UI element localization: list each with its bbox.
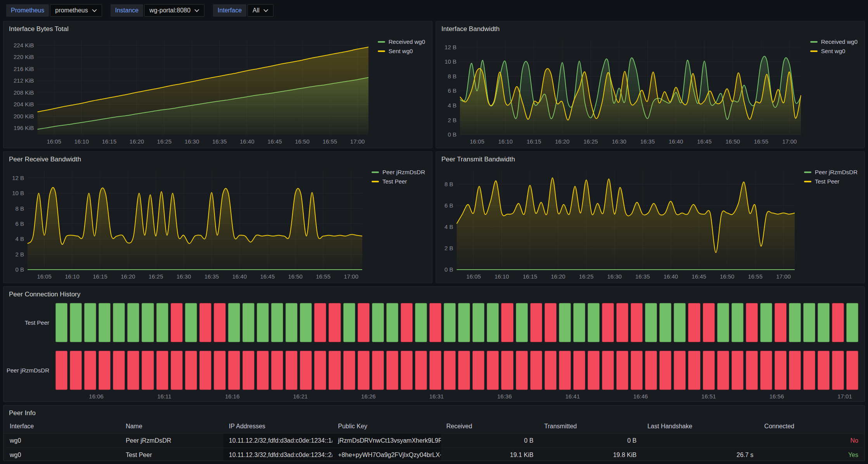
svg-text:16:50: 16:50 <box>295 138 310 145</box>
variable-value-text: All <box>252 7 259 14</box>
svg-text:2 B: 2 B <box>15 251 24 258</box>
state-segment-down <box>832 303 844 342</box>
state-timeline[interactable]: Test PeerPeer jRzmDsDR 16:0616:1116:1616… <box>3 300 865 402</box>
svg-text:16:45: 16:45 <box>260 273 275 280</box>
series-area-1 <box>28 187 362 270</box>
timeline-row-peer-jrzmdsdr: Peer jRzmDsDR <box>6 351 858 390</box>
legend-item-peer-jrzmdsdr[interactable]: Peer jRzmDsDR <box>804 169 858 175</box>
svg-text:16:15: 16:15 <box>102 138 117 145</box>
state-segment-up <box>386 303 398 342</box>
state-segment-down <box>487 351 499 390</box>
svg-text:8 B: 8 B <box>15 205 24 212</box>
column-header-transmitted[interactable]: Transmitted <box>539 419 642 434</box>
series-color-marker <box>378 50 385 52</box>
state-segment-down <box>703 303 715 342</box>
column-header-ip-addresses[interactable]: IP Addresses <box>223 419 332 434</box>
svg-text:0 B: 0 B <box>444 266 453 273</box>
svg-text:10 B: 10 B <box>444 58 456 65</box>
cell-connected: No <box>759 434 864 448</box>
legend: Received wg0Sent wg0 <box>804 35 861 146</box>
state-segment-down <box>257 351 269 390</box>
cell-interface: wg0 <box>4 448 120 461</box>
variable-value-interface-dropdown[interactable]: All <box>247 4 273 17</box>
state-segment-up <box>818 303 830 342</box>
timeline-row-test-peer: Test Peer <box>6 303 858 342</box>
chart-svg: 0 B2 B4 B6 B8 B10 B12 B16:0516:1016:1516… <box>7 165 365 281</box>
panel-title-peer-info[interactable]: Peer Info <box>3 405 865 419</box>
timeline-bars <box>55 303 858 342</box>
legend: Peer jRzmDsDRTest Peer <box>365 165 429 281</box>
legend-item-received-wg0[interactable]: Received wg0 <box>378 38 425 45</box>
svg-text:212 KiB: 212 KiB <box>14 77 34 84</box>
chevron-down-icon <box>263 9 268 12</box>
series-color-marker <box>804 181 811 182</box>
state-segment-up <box>444 303 456 342</box>
legend-label: Received wg0 <box>821 38 858 45</box>
series-color-marker <box>372 181 379 182</box>
state-segment-up <box>674 303 686 342</box>
state-segment-up <box>242 303 254 342</box>
x-tick-label: 16:56 <box>769 393 784 400</box>
svg-text:196 KiB: 196 KiB <box>14 125 34 131</box>
x-tick-label: 16:41 <box>565 393 580 400</box>
state-segment-down <box>401 303 413 342</box>
time-series-plot[interactable]: 196 KiB200 KiB204 KiB208 KiB212 KiB216 K… <box>7 35 372 146</box>
legend-item-peer-jrzmdsdr[interactable]: Peer jRzmDsDR <box>372 169 425 175</box>
panel-title-peer-transmit-bandwidth[interactable]: Peer Transmit Bandwidth <box>436 152 865 165</box>
state-segment-down <box>214 351 226 390</box>
variable-label-interface[interactable]: Interface <box>213 4 246 17</box>
legend-item-sent-wg0[interactable]: Sent wg0 <box>378 48 425 54</box>
legend-item-test-peer[interactable]: Test Peer <box>372 178 425 185</box>
state-segment-down <box>530 351 542 390</box>
panel-interface-bandwidth: Interface Bandwidth 0 B2 B4 B6 B8 B10 B1… <box>436 21 865 148</box>
cell-received: 0 B <box>441 434 539 448</box>
variable-value-prometheus-dropdown[interactable]: prometheus <box>50 4 102 17</box>
time-series-plot[interactable]: 0 B2 B4 B6 B8 B10 B12 B16:0516:1016:1516… <box>7 165 365 281</box>
svg-text:16:40: 16:40 <box>240 138 254 145</box>
state-segment-down <box>602 351 614 390</box>
cell-name: Test Peer <box>120 448 223 461</box>
panel-title-peer-receive-bandwidth[interactable]: Peer Receive Bandwidth <box>3 152 432 165</box>
legend-item-sent-wg0[interactable]: Sent wg0 <box>810 48 858 54</box>
state-segment-up <box>55 303 67 342</box>
chevron-down-icon <box>194 9 199 12</box>
column-header-connected[interactable]: Connected <box>759 419 864 434</box>
svg-text:16:20: 16:20 <box>551 273 565 280</box>
state-segment-down <box>602 303 614 342</box>
column-header-public-key[interactable]: Public Key <box>332 419 441 434</box>
column-header-received[interactable]: Received <box>441 419 539 434</box>
svg-text:8 B: 8 B <box>444 181 453 187</box>
time-series-plot[interactable]: 0 B2 B4 B6 B8 B16:0516:1016:1516:2016:25… <box>440 165 798 281</box>
column-header-name[interactable]: Name <box>120 419 223 434</box>
svg-text:17:00: 17:00 <box>344 273 359 280</box>
cell-transmitted: 19.8 KiB <box>539 448 642 461</box>
column-header-interface[interactable]: Interface <box>4 419 120 434</box>
state-segment-up <box>372 303 384 342</box>
variable-label-prometheus[interactable]: Prometheus <box>6 4 49 17</box>
state-segment-down <box>688 351 700 390</box>
timeline-bars <box>55 351 858 390</box>
legend-item-test-peer[interactable]: Test Peer <box>804 178 858 185</box>
column-header-last-handshake[interactable]: Last Handshake <box>642 419 759 434</box>
svg-text:16:10: 16:10 <box>74 138 89 145</box>
panel-title-peer-connection-history[interactable]: Peer Connection History <box>3 287 865 300</box>
svg-text:16:45: 16:45 <box>697 138 712 145</box>
variable-value-instance-dropdown[interactable]: wg-portal:8080 <box>144 4 204 17</box>
table-row: wg0Test Peer10.11.12.3/32,fdfd:d3ad:c0de… <box>4 448 864 461</box>
panel-title-interface-bandwidth[interactable]: Interface Bandwidth <box>436 21 865 35</box>
time-series-plot[interactable]: 0 B2 B4 B6 B8 B10 B12 B16:0516:1016:1516… <box>440 35 804 146</box>
svg-text:17:00: 17:00 <box>782 138 797 145</box>
series-color-marker <box>810 50 818 52</box>
state-segment-down <box>228 351 240 390</box>
svg-text:16:05: 16:05 <box>37 273 52 280</box>
panel-title-interface-bytes-total[interactable]: Interface Bytes Total <box>3 21 432 35</box>
svg-text:208 KiB: 208 KiB <box>14 89 34 96</box>
legend-item-received-wg0[interactable]: Received wg0 <box>810 38 858 45</box>
svg-text:16:35: 16:35 <box>640 138 655 145</box>
variable-label-instance[interactable]: Instance <box>111 4 143 17</box>
variable-value-text: wg-portal:8080 <box>149 7 190 14</box>
state-segment-up <box>487 303 499 342</box>
state-segment-down <box>271 351 283 390</box>
state-segment-up <box>415 303 427 342</box>
legend: Received wg0Sent wg0 <box>372 35 429 146</box>
